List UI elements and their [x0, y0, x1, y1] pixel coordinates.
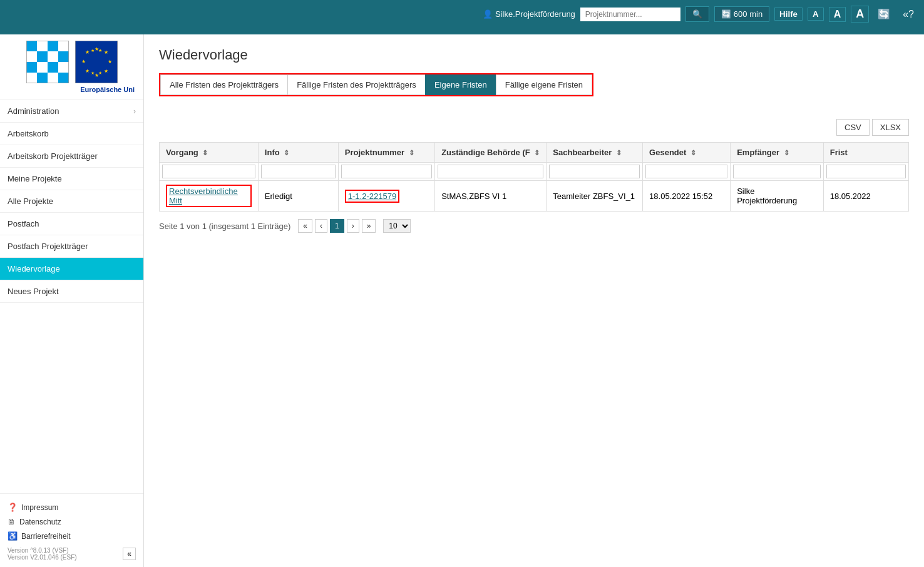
pagination-page-1[interactable]: 1 — [330, 219, 344, 233]
footer-link-barrierefreiheit[interactable]: ♿ Barrierefreiheit — [8, 529, 136, 543]
refresh-icon: 🔄 — [721, 9, 731, 19]
timer-label: 600 min — [734, 9, 762, 19]
version-text: Version ^8.0.13 (VSF) Version V2.01.046 … — [8, 547, 77, 561]
sidebar-item-arbeitskorb[interactable]: Arbeitskorb — [0, 123, 143, 145]
filter-input-frist[interactable] — [826, 165, 906, 178]
filter-alle-fristen[interactable]: Alle Fristen des Projektträgers — [160, 74, 287, 95]
col-info[interactable]: Info ⇕ — [258, 143, 338, 163]
sidebar-item-label: Meine Projekte — [8, 174, 62, 183]
topbar-collapse-button[interactable]: «? — [899, 8, 918, 21]
user-icon: 👤 — [483, 9, 493, 19]
frist-value: 18.05.2022 — [830, 192, 871, 201]
svg-rect-7 — [48, 51, 58, 62]
sidebar-item-label: Alle Projekte — [8, 197, 53, 206]
svg-text:★: ★ — [98, 71, 102, 75]
sidebar-item-label: Neues Projekt — [8, 287, 59, 296]
filter-input-zustaendig[interactable] — [438, 165, 543, 178]
filter-faellige-fristen[interactable]: Fällige Fristen des Projektträgers — [287, 74, 425, 95]
filter-input-sachbearbeiter[interactable] — [549, 165, 640, 178]
cell-zustaendig: StMAS,ZBFS VI 1 — [435, 181, 547, 212]
svg-rect-16 — [58, 73, 69, 83]
pagination: Seite 1 von 1 (insgesamt 1 Einträge) « ‹… — [159, 219, 909, 233]
impressum-label: Impressum — [21, 503, 58, 512]
filter-faellige-eigene[interactable]: Fällige eigene Fristen — [496, 74, 592, 95]
footer-link-impressum[interactable]: ❓ Impressum — [8, 500, 136, 514]
sidebar-item-administration[interactable]: Administration › — [0, 100, 143, 123]
sort-icon-zustaendig: ⇕ — [534, 149, 540, 156]
pagination-last[interactable]: » — [362, 219, 376, 233]
font-large-button[interactable]: A — [851, 6, 869, 23]
sidebar-item-alle-projekte[interactable]: Alle Projekte — [0, 190, 143, 213]
svg-text:★: ★ — [103, 68, 108, 74]
project-search-input[interactable] — [580, 8, 680, 21]
cell-projektnummer: 1-1.2-221579 — [338, 181, 434, 212]
sidebar-item-neues-projekt[interactable]: Neues Projekt — [0, 280, 143, 303]
per-page-select[interactable]: 10 25 50 — [383, 219, 411, 233]
sidebar-item-postfach[interactable]: Postfach — [0, 213, 143, 235]
svg-text:★: ★ — [107, 59, 111, 64]
pagination-prev[interactable]: ‹ — [315, 219, 327, 233]
svg-rect-6 — [37, 51, 48, 62]
svg-rect-4 — [58, 41, 69, 51]
svg-text:★: ★ — [91, 71, 95, 75]
user-info: 👤 Silke.Projektförderung — [483, 9, 575, 19]
svg-text:★: ★ — [85, 49, 89, 55]
sidebar-collapse-button[interactable]: « — [123, 548, 136, 560]
empfaenger-value: Silke Projektförderung — [737, 186, 797, 205]
logo-container: ★ ★ ★ ★ ★ ★ ★ ★ ★ ★ ★ ★ — [6, 41, 137, 83]
projektnummer-link[interactable]: 1-1.2-221579 — [345, 190, 399, 203]
filter-input-gesendet[interactable] — [645, 165, 727, 178]
impressum-icon: ❓ — [8, 503, 18, 512]
help-button[interactable]: Hilfe — [774, 8, 803, 21]
sidebar-subtitle: Europäische Uni — [6, 86, 137, 93]
svg-text:★: ★ — [103, 49, 108, 55]
sort-icon-sachbearbeiter: ⇕ — [616, 149, 622, 156]
font-small-button[interactable]: A — [808, 8, 824, 21]
datenschutz-label: Datenschutz — [19, 518, 61, 526]
svg-rect-12 — [58, 62, 69, 73]
svg-rect-2 — [37, 41, 48, 51]
sidebar-item-arbeitskorb-projekttraeger[interactable]: Arbeitskorb Projektträger — [0, 145, 143, 168]
col-zustaendig[interactable]: Zuständige Behörde (F ⇕ — [435, 143, 547, 163]
sidebar-item-label: Arbeitskorb — [8, 129, 49, 138]
filter-input-empfaenger[interactable] — [733, 165, 821, 178]
cell-info: Erledigt — [258, 181, 338, 212]
cell-sachbearbeiter: Teamleiter ZBFS_VI_1 — [547, 181, 643, 212]
pagination-next[interactable]: › — [347, 219, 359, 233]
sidebar-item-postfach-projekttraeger[interactable]: Postfach Projektträger — [0, 235, 143, 258]
sidebar-logo: ★ ★ ★ ★ ★ ★ ★ ★ ★ ★ ★ ★ Europäische Uni — [0, 34, 143, 100]
chevron-right-icon: › — [133, 107, 136, 116]
search-icon: 🔍 — [692, 9, 702, 19]
info-value: Erledigt — [265, 192, 292, 201]
sidebar-item-wiedervorlage[interactable]: Wiedervorlage — [0, 258, 143, 280]
col-gesendet[interactable]: Gesendet ⇕ — [643, 143, 731, 163]
filter-eigene-fristen[interactable]: Eigene Fristen — [425, 74, 496, 95]
col-sachbearbeiter[interactable]: Sachbearbeiter ⇕ — [547, 143, 643, 163]
filter-input-info[interactable] — [261, 165, 336, 178]
sort-icon-projektnummer: ⇕ — [409, 149, 414, 156]
footer-link-datenschutz[interactable]: 🗎 Datenschutz — [8, 514, 136, 529]
cell-empfaenger: Silke Projektförderung — [731, 181, 824, 212]
sidebar-item-meine-projekte[interactable]: Meine Projekte — [0, 168, 143, 190]
col-vorgang[interactable]: Vorgang ⇕ — [160, 143, 259, 163]
col-empfaenger[interactable]: Empfänger ⇕ — [731, 143, 824, 163]
svg-rect-1 — [26, 41, 37, 51]
filter-input-vorgang[interactable] — [162, 165, 255, 178]
sort-icon-info: ⇕ — [284, 149, 289, 156]
search-button[interactable]: 🔍 — [685, 6, 709, 22]
svg-text:★: ★ — [98, 48, 102, 53]
vorgang-link[interactable]: Rechtsverbindliche Mitt — [166, 185, 252, 207]
filter-input-projektnummer[interactable] — [341, 165, 432, 178]
sidebar-item-label: Arbeitskorb Projektträger — [8, 151, 98, 161]
main-layout: ★ ★ ★ ★ ★ ★ ★ ★ ★ ★ ★ ★ Europäische Uni … — [0, 34, 924, 567]
export-xlsx-button[interactable]: XLSX — [872, 119, 909, 136]
pagination-first[interactable]: « — [298, 219, 312, 233]
export-csv-button[interactable]: CSV — [836, 119, 870, 136]
col-projektnummer[interactable]: Projektnummer ⇕ — [338, 143, 434, 163]
timer-button[interactable]: 🔄 600 min — [714, 6, 769, 22]
page-refresh-button[interactable]: 🔄 — [874, 7, 894, 21]
sidebar-footer: ❓ Impressum 🗎 Datenschutz ♿ Barrierefrei… — [0, 493, 143, 567]
font-medium-button[interactable]: A — [829, 7, 846, 22]
svg-rect-11 — [48, 62, 58, 73]
svg-text:★: ★ — [85, 68, 89, 74]
